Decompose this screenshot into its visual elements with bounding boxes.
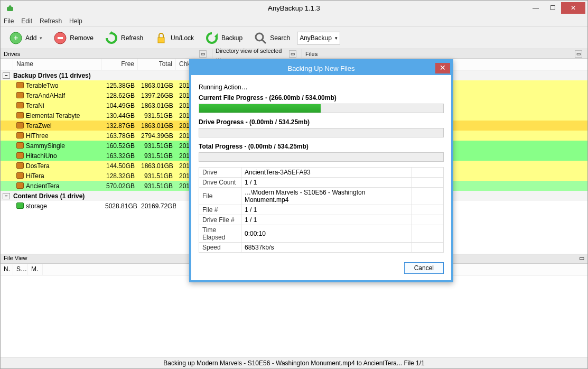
maximize-button[interactable]: ☐ (544, 2, 561, 14)
svg-line-7 (262, 40, 266, 43)
col-name[interactable]: Name (13, 59, 102, 70)
dropdown-label: AnyBackup (300, 34, 332, 42)
remove-icon (53, 31, 68, 45)
collapse-icon[interactable]: − (3, 72, 10, 79)
drive-icon (16, 152, 24, 159)
backup-dialog: Backing Up New Files ✕ Running Action… C… (189, 59, 453, 282)
col-free[interactable]: Free (102, 59, 138, 70)
app-icon (6, 4, 14, 12)
svg-point-6 (256, 33, 263, 41)
col-total[interactable]: Total (138, 59, 176, 70)
drive-icon (16, 82, 24, 88)
refresh-icon (104, 31, 119, 45)
add-icon: + (8, 31, 23, 45)
running-label: Running Action… (199, 84, 444, 91)
profile-dropdown[interactable]: AnyBackup ▾ (297, 32, 340, 44)
menu-bar: File Edit Refresh Help (1, 15, 587, 27)
file-progress-label: Current File Progress - (266.00mb / 534.… (199, 94, 444, 102)
dir-pane-header: Directory view of selected … ▭ (212, 49, 302, 58)
backup-icon (204, 31, 219, 45)
minimize-button[interactable]: — (527, 2, 544, 14)
dialog-titlebar: Backing Up New Files ✕ (191, 61, 451, 75)
detail-row: Drive File #1 / 1 (199, 215, 444, 225)
search-button[interactable]: Search (249, 28, 294, 48)
fileview-body (1, 275, 587, 357)
status-text: Backing up Modern Marvels - S10E56 - Was… (163, 359, 424, 367)
col-m[interactable]: M. (28, 264, 43, 275)
pane-minimize-icon[interactable]: ▭ (289, 50, 296, 58)
detail-row: Time Elapsed0:00:10 (199, 225, 444, 243)
detail-row: DriveAncientTera-3A5EFA93 (199, 168, 444, 178)
remove-button[interactable]: Remove (49, 28, 97, 48)
search-icon (253, 31, 268, 45)
drive-icon (16, 142, 24, 149)
window-controls: — ☐ ✕ (527, 2, 585, 14)
unlock-button[interactable]: Un/Lock (150, 28, 198, 48)
col-s[interactable]: S… (13, 264, 28, 275)
details-table: DriveAncientTera-3A5EFA93Drive Count1 / … (199, 167, 444, 253)
drive-progress-bar (199, 128, 444, 137)
drive-icon (16, 162, 24, 169)
status-bar: Backing up Modern Marvels - S10E56 - Was… (1, 357, 587, 368)
svg-rect-5 (158, 38, 164, 43)
detail-row: File…\Modern Marvels - S10E56 - Washingt… (199, 188, 444, 205)
dialog-body: Running Action… Current File Progress - … (191, 75, 451, 280)
drive-icon (16, 122, 24, 128)
add-button[interactable]: + Add ▾ (5, 28, 46, 48)
pane-minimize-icon[interactable]: ▭ (575, 50, 582, 58)
window-title: AnyBackup 1.1.3 (268, 4, 320, 12)
detail-row: Speed68537kb/s (199, 243, 444, 253)
drives-pane-header: Drives ▭ (1, 49, 212, 58)
files-pane-header: Files ▭ (302, 49, 587, 58)
dialog-close-button[interactable]: ✕ (435, 63, 450, 73)
dialog-title: Backing Up New Files (287, 64, 354, 72)
detail-row: File #1 / 1 (199, 205, 444, 215)
drive-icon (16, 112, 24, 118)
total-progress-label: Total Progress - (0.00mb / 534.25mb) (199, 143, 444, 150)
detail-row: Drive Count1 / 1 (199, 178, 444, 188)
lock-icon (154, 31, 169, 45)
drive-icon (16, 182, 24, 189)
toolbar: + Add ▾ Remove Refresh Un/Lock Backup Se… (1, 27, 587, 49)
drive-progress-label: Drive Progress - (0.00mb / 534.25mb) (199, 118, 444, 126)
drive-icon (16, 172, 24, 179)
backup-button[interactable]: Backup (201, 28, 246, 48)
svg-rect-4 (58, 37, 63, 39)
total-progress-bar (199, 152, 444, 162)
svg-text:+: + (13, 33, 18, 42)
chevron-down-icon: ▾ (40, 35, 42, 41)
pane-minimize-icon[interactable]: ▭ (579, 255, 584, 263)
refresh-button[interactable]: Refresh (100, 28, 147, 48)
drive-icon (16, 102, 24, 108)
svg-rect-0 (7, 7, 13, 11)
cancel-button[interactable]: Cancel (404, 262, 444, 274)
drive-icon (16, 92, 24, 98)
chevron-down-icon: ▾ (335, 35, 338, 41)
menu-file[interactable]: File (4, 17, 14, 25)
collapse-icon[interactable]: − (3, 193, 10, 199)
titlebar: AnyBackup 1.1.3 ↔ — ☐ ✕ (1, 1, 587, 15)
col-n[interactable]: N. (1, 264, 13, 275)
close-button[interactable]: ✕ (561, 2, 585, 14)
menu-refresh[interactable]: Refresh (40, 17, 62, 25)
pane-headers: Drives ▭ Directory view of selected … ▭ … (1, 49, 587, 59)
file-progress-bar (199, 104, 444, 113)
drive-icon (16, 132, 24, 139)
menu-help[interactable]: Help (69, 17, 82, 25)
menu-edit[interactable]: Edit (21, 17, 32, 25)
pane-minimize-icon[interactable]: ▭ (199, 50, 207, 58)
drive-icon (16, 202, 24, 209)
